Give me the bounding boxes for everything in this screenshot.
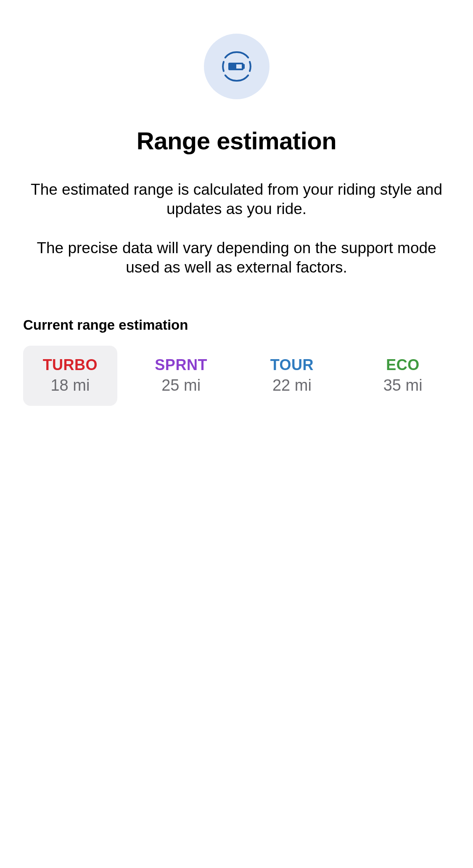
- header-icon-wrapper: [23, 34, 450, 99]
- mode-card-tour[interactable]: TOUR 22 mi: [245, 346, 339, 406]
- mode-card-turbo[interactable]: TURBO 18 mi: [23, 346, 117, 406]
- page-title: Range estimation: [23, 127, 450, 155]
- mode-value: 22 mi: [249, 376, 335, 394]
- mode-label: TURBO: [27, 356, 113, 374]
- mode-value: 35 mi: [360, 376, 446, 394]
- svg-rect-1: [230, 64, 236, 69]
- modes-row: TURBO 18 mi SPRNT 25 mi TOUR 22 mi ECO 3…: [23, 346, 450, 406]
- description-paragraph-2: The precise data will vary depending on …: [23, 238, 450, 278]
- header-icon-circle: [204, 34, 270, 99]
- page-description: The estimated range is calculated from y…: [23, 180, 450, 277]
- mode-value: 18 mi: [27, 376, 113, 394]
- mode-value: 25 mi: [138, 376, 224, 394]
- mode-card-sprnt[interactable]: SPRNT 25 mi: [134, 346, 228, 406]
- battery-gauge-icon: [221, 50, 253, 82]
- mode-label: TOUR: [249, 356, 335, 374]
- mode-label: ECO: [360, 356, 446, 374]
- mode-label: SPRNT: [138, 356, 224, 374]
- description-paragraph-1: The estimated range is calculated from y…: [23, 180, 450, 219]
- current-range-heading: Current range estimation: [23, 317, 450, 333]
- mode-card-eco[interactable]: ECO 35 mi: [356, 346, 450, 406]
